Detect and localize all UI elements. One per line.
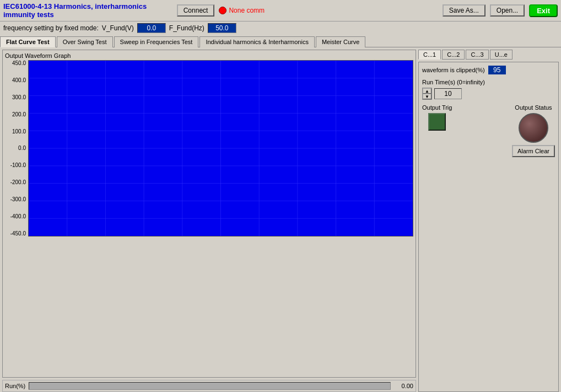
main-content: Output Waveform Graph 450.0 400.0 300.0 … (0, 47, 561, 392)
output-section: Output Trig Output Status Alarm Clear (422, 104, 555, 157)
status-circle-icon (219, 7, 226, 14)
channel-tabs: C...1 C...2 C...3 U...e (418, 50, 559, 60)
run-bar: Run(%) 0.00 (2, 380, 416, 392)
output-trig-button[interactable] (428, 113, 446, 131)
clip-label: waveform is clipped(%) (422, 67, 485, 73)
run-time-down-button[interactable]: ▼ (423, 94, 431, 99)
output-trig-label: Output Trig (422, 104, 452, 111)
tab-over-swing[interactable]: Over Swing Test (57, 36, 113, 47)
waveform-container: Output Waveform Graph 450.0 400.0 300.0 … (2, 50, 416, 378)
y-axis: 450.0 400.0 300.0 200.0 100.0 0.0 -100.0… (5, 60, 28, 237)
run-label: Run(%) (5, 383, 25, 389)
waveform-label: Output Waveform Graph (5, 52, 413, 59)
tab-bar: Flat Curve Test Over Swing Test Sweep in… (0, 35, 561, 47)
header: IEC61000-4-13 Harmonics, interharmonics … (0, 0, 561, 22)
f-fund-input[interactable] (208, 23, 236, 33)
run-time-up-button[interactable]: ▲ (423, 88, 431, 94)
run-time-control: ▲ ▼ (422, 88, 555, 100)
output-status-label: Output Status (515, 104, 552, 111)
run-time-section: Run Time(s) (0=infinity) ▲ ▼ (422, 79, 555, 100)
channel-tab-1[interactable]: C...1 (418, 50, 441, 60)
connect-button[interactable]: Connect (177, 4, 215, 17)
output-status-indicator (519, 113, 548, 143)
f-fund-label: F_Fund(Hz) (169, 24, 204, 32)
run-value: 0.00 (394, 383, 413, 389)
right-content: waveform is clipped(%) 95 Run Time(s) (0… (418, 62, 559, 392)
status-indicator: None comm (219, 7, 265, 14)
output-status-col: Output Status Alarm Clear (512, 104, 555, 157)
left-panel: Output Waveform Graph 450.0 400.0 300.0 … (2, 50, 416, 392)
right-panel: C...1 C...2 C...3 U...e waveform is clip… (418, 50, 559, 392)
waveform-plot-area (28, 60, 413, 237)
run-time-label: Run Time(s) (0=infinity) (422, 79, 555, 85)
channel-tab-2[interactable]: C...2 (442, 50, 465, 60)
tab-meister-curve[interactable]: Meister Curve (316, 36, 365, 47)
progress-bar-bg (29, 382, 391, 390)
open-button[interactable]: Open... (490, 4, 525, 17)
alarm-clear-button[interactable]: Alarm Clear (512, 145, 555, 157)
waveform-grid (29, 61, 413, 236)
run-time-input[interactable] (434, 88, 462, 99)
run-time-spinner: ▲ ▼ (422, 88, 432, 100)
clip-row: waveform is clipped(%) 95 (422, 66, 555, 74)
status-text: None comm (229, 7, 265, 14)
save-as-button[interactable]: Save As... (443, 4, 486, 17)
channel-tab-3[interactable]: C...3 (466, 50, 488, 60)
v-fund-input[interactable] (137, 23, 166, 33)
exit-button[interactable]: Exit (529, 4, 558, 17)
freq-row: frequency setting by fixed mode: V_Fund(… (0, 22, 561, 35)
output-trig-col: Output Trig (422, 104, 452, 131)
tab-flat-curve[interactable]: Flat Curve Test (0, 36, 56, 47)
tab-individual-harmonics[interactable]: Individual harmonics & Interharmonics (199, 36, 314, 47)
tab-sweep-frequencies[interactable]: Sweep in Frequencies Test (114, 36, 199, 47)
channel-tab-u[interactable]: U...e (490, 50, 513, 60)
app-title: IEC61000-4-13 Harmonics, interharmonics … (3, 2, 172, 19)
v-fund-label: V_Fund(V) (102, 24, 134, 32)
clip-value: 95 (488, 66, 506, 74)
freq-label: frequency setting by fixed mode: (3, 24, 99, 32)
waveform-graph: 450.0 400.0 300.0 200.0 100.0 0.0 -100.0… (5, 60, 413, 237)
